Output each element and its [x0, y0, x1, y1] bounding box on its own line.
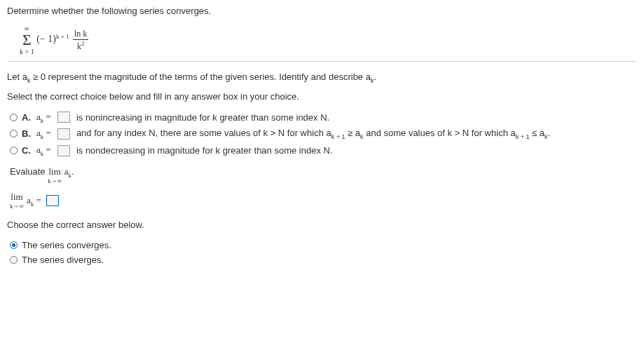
answer-box-b[interactable] [57, 128, 70, 140]
final-options: The series converges. The series diverge… [10, 240, 637, 265]
option-c-ak: ak = [36, 144, 51, 157]
option-a-label: A. [22, 112, 31, 123]
answer-box-a[interactable] [57, 112, 70, 123]
answer-box-limit[interactable] [46, 195, 59, 206]
converges-text: The series converges. [22, 240, 111, 250]
option-diverges-row: The series diverges. [10, 255, 637, 265]
radio-diverges[interactable] [10, 256, 18, 264]
multiple-choice-options: A. ak = is nonincreasing in magnitude fo… [10, 112, 637, 157]
choose-instruction: Choose the correct answer below. [7, 220, 637, 230]
option-c-row: C. ak = is nondecreasing in magnitude fo… [10, 144, 637, 157]
instruction-text: Let ak ≥ 0 represent the magnitude of th… [7, 72, 637, 84]
diverges-text: The series diverges. [22, 255, 104, 265]
question-text: Determine whether the following series c… [7, 6, 637, 16]
option-c-text: is nondecreasing in magnitude for k grea… [76, 145, 333, 156]
radio-option-b[interactable] [10, 130, 18, 137]
option-converges-row: The series converges. [10, 240, 637, 250]
radio-option-a[interactable] [10, 114, 18, 121]
evaluate-text: Evaluate lim k→∞ ak. [10, 166, 637, 184]
divider [7, 61, 637, 62]
option-c-label: C. [22, 145, 31, 156]
limit-answer-line: lim k→∞ ak = [10, 191, 637, 210]
radio-option-c[interactable] [10, 147, 18, 154]
series-formula: ∞ Σ k = 1 (− 1)k + 1 ln k k2 [20, 25, 637, 55]
answer-box-c[interactable] [57, 145, 70, 156]
radio-converges[interactable] [10, 241, 18, 249]
option-b-ak: ak = [36, 128, 51, 140]
option-b-row: B. ak = and for any index N, there are s… [10, 128, 637, 140]
option-a-ak: ak = [36, 112, 51, 124]
select-instruction: Select the correct choice below and fill… [7, 91, 637, 102]
option-b-text: and for any index N, there are some valu… [76, 128, 550, 140]
option-b-label: B. [22, 128, 31, 139]
option-a-text: is nonincreasing in magnitude for k grea… [76, 112, 329, 123]
option-a-row: A. ak = is nonincreasing in magnitude fo… [10, 112, 637, 124]
